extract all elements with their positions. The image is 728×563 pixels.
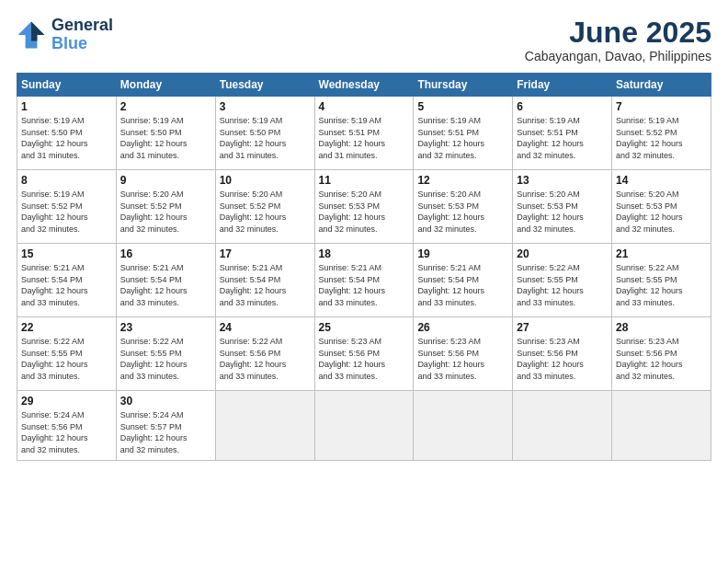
- table-row: 12Sunrise: 5:20 AMSunset: 5:53 PMDayligh…: [414, 170, 513, 244]
- table-row: [215, 391, 314, 460]
- table-row: 24Sunrise: 5:22 AMSunset: 5:56 PMDayligh…: [215, 317, 314, 391]
- table-row: 5Sunrise: 5:19 AMSunset: 5:51 PMDaylight…: [414, 97, 513, 170]
- table-row: 14Sunrise: 5:20 AMSunset: 5:53 PMDayligh…: [612, 170, 711, 244]
- table-row: 11Sunrise: 5:20 AMSunset: 5:53 PMDayligh…: [314, 170, 414, 244]
- month-title: June 2025: [525, 17, 711, 49]
- table-row: 10Sunrise: 5:20 AMSunset: 5:52 PMDayligh…: [215, 170, 314, 244]
- table-row: [513, 391, 612, 460]
- table-row: [612, 391, 711, 460]
- table-row: 29Sunrise: 5:24 AMSunset: 5:56 PMDayligh…: [17, 391, 117, 460]
- table-row: 6Sunrise: 5:19 AMSunset: 5:51 PMDaylight…: [513, 97, 612, 170]
- table-row: 26Sunrise: 5:23 AMSunset: 5:56 PMDayligh…: [414, 317, 513, 391]
- week-row-5: 29Sunrise: 5:24 AMSunset: 5:56 PMDayligh…: [17, 391, 711, 460]
- week-row-1: 1Sunrise: 5:19 AMSunset: 5:50 PMDaylight…: [17, 97, 711, 170]
- table-row: 2Sunrise: 5:19 AMSunset: 5:50 PMDaylight…: [116, 97, 215, 170]
- col-wednesday: Wednesday: [314, 74, 414, 97]
- table-row: 18Sunrise: 5:21 AMSunset: 5:54 PMDayligh…: [314, 244, 414, 317]
- table-row: 19Sunrise: 5:21 AMSunset: 5:54 PMDayligh…: [414, 244, 513, 317]
- title-block: June 2025 Cabayangan, Davao, Philippines: [525, 17, 711, 63]
- page: General Blue June 2025 Cabayangan, Davao…: [0, 0, 728, 563]
- table-row: 17Sunrise: 5:21 AMSunset: 5:54 PMDayligh…: [215, 244, 314, 317]
- logo-icon: [17, 20, 46, 50]
- table-row: 16Sunrise: 5:21 AMSunset: 5:54 PMDayligh…: [116, 244, 215, 317]
- table-row: [414, 391, 513, 460]
- table-row: 30Sunrise: 5:24 AMSunset: 5:57 PMDayligh…: [116, 391, 215, 460]
- svg-marker-1: [31, 21, 44, 40]
- table-row: 21Sunrise: 5:22 AMSunset: 5:55 PMDayligh…: [612, 244, 711, 317]
- table-row: 13Sunrise: 5:20 AMSunset: 5:53 PMDayligh…: [513, 170, 612, 244]
- week-row-3: 15Sunrise: 5:21 AMSunset: 5:54 PMDayligh…: [17, 244, 711, 317]
- week-row-4: 22Sunrise: 5:22 AMSunset: 5:55 PMDayligh…: [17, 317, 711, 391]
- col-saturday: Saturday: [612, 74, 711, 97]
- col-friday: Friday: [513, 74, 612, 97]
- table-row: 1Sunrise: 5:19 AMSunset: 5:50 PMDaylight…: [17, 97, 117, 170]
- col-sunday: Sunday: [17, 74, 117, 97]
- table-row: 4Sunrise: 5:19 AMSunset: 5:51 PMDaylight…: [314, 97, 414, 170]
- table-row: 28Sunrise: 5:23 AMSunset: 5:56 PMDayligh…: [612, 317, 711, 391]
- table-row: 22Sunrise: 5:22 AMSunset: 5:55 PMDayligh…: [17, 317, 117, 391]
- table-row: 27Sunrise: 5:23 AMSunset: 5:56 PMDayligh…: [513, 317, 612, 391]
- location-subtitle: Cabayangan, Davao, Philippines: [525, 49, 711, 63]
- table-row: 25Sunrise: 5:23 AMSunset: 5:56 PMDayligh…: [314, 317, 414, 391]
- table-row: 8Sunrise: 5:19 AMSunset: 5:52 PMDaylight…: [17, 170, 117, 244]
- logo-text: General Blue: [51, 17, 113, 53]
- col-monday: Monday: [116, 74, 215, 97]
- calendar-table: Sunday Monday Tuesday Wednesday Thursday…: [17, 73, 711, 460]
- header: General Blue June 2025 Cabayangan, Davao…: [17, 17, 711, 63]
- header-row: Sunday Monday Tuesday Wednesday Thursday…: [17, 74, 711, 97]
- table-row: 23Sunrise: 5:22 AMSunset: 5:55 PMDayligh…: [116, 317, 215, 391]
- table-row: 20Sunrise: 5:22 AMSunset: 5:55 PMDayligh…: [513, 244, 612, 317]
- week-row-2: 8Sunrise: 5:19 AMSunset: 5:52 PMDaylight…: [17, 170, 711, 244]
- logo: General Blue: [17, 17, 113, 53]
- col-thursday: Thursday: [414, 74, 513, 97]
- table-row: 9Sunrise: 5:20 AMSunset: 5:52 PMDaylight…: [116, 170, 215, 244]
- table-row: 3Sunrise: 5:19 AMSunset: 5:50 PMDaylight…: [215, 97, 314, 170]
- table-row: 15Sunrise: 5:21 AMSunset: 5:54 PMDayligh…: [17, 244, 117, 317]
- table-row: 7Sunrise: 5:19 AMSunset: 5:52 PMDaylight…: [612, 97, 711, 170]
- col-tuesday: Tuesday: [215, 74, 314, 97]
- table-row: [314, 391, 414, 460]
